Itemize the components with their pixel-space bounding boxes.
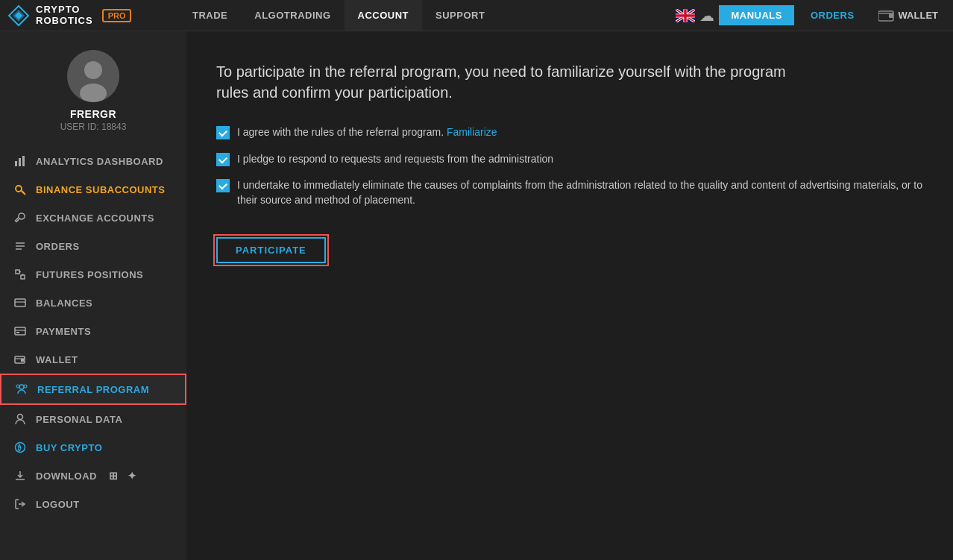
user-id: USER ID: 18843: [60, 122, 127, 132]
top-navigation: CRYPTO ROBOTICS PRO TRADE ALGOTRADING AC…: [0, 0, 953, 31]
sidebar-item-label: BINANCE SUBACCOUNTS: [36, 184, 165, 195]
svg-rect-12: [22, 156, 25, 166]
wallet-button[interactable]: WALLET: [871, 5, 946, 26]
svg-rect-11: [19, 158, 21, 166]
main-area: FRERGR USER ID: 18843 ANALYTICS DASHBOAR…: [0, 31, 953, 560]
svg-rect-10: [15, 161, 17, 166]
username: FRERGR: [70, 108, 116, 120]
user-profile: FRERGR USER ID: 18843: [0, 39, 186, 147]
svg-rect-20: [21, 275, 25, 279]
sidebar-item-label: LOGOUT: [36, 499, 80, 510]
familiarize-link[interactable]: Familiarize: [447, 126, 497, 138]
svg-rect-25: [15, 327, 25, 335]
checkbox-3-label: I undertake to immediately eliminate the…: [237, 178, 923, 207]
svg-point-31: [19, 385, 24, 389]
windows-icon: ⊞: [109, 470, 119, 482]
sidebar-item-balances[interactable]: BALANCES: [0, 289, 186, 317]
sidebar-item-analytics-dashboard[interactable]: ANALYTICS DASHBOARD: [0, 147, 186, 175]
wrench-icon: [13, 211, 27, 224]
checkbox-1-label: I agree with the rules of the referral p…: [237, 125, 497, 140]
sidebar-item-label: BUY CRYPTO: [36, 442, 102, 453]
nav-items: TRADE ALGOTRADING ACCOUNT SUPPORT: [179, 0, 676, 31]
svg-text:₿: ₿: [17, 444, 22, 452]
logo-text: CRYPTO ROBOTICS: [36, 4, 93, 26]
sidebar-item-label: PERSONAL DATA: [36, 414, 122, 425]
personal-icon: [13, 412, 27, 426]
android-icon: ✦: [128, 470, 137, 482]
svg-rect-23: [15, 299, 25, 306]
sidebar-item-wallet[interactable]: WALLET: [0, 345, 186, 374]
checkbox-2-label: I pledge to respond to requests and requ…: [237, 152, 553, 167]
sidebar-item-buy-crypto[interactable]: ₿ BUY CRYPTO: [0, 433, 186, 462]
content-area: To participate in the referral program, …: [186, 31, 953, 560]
logo-area: CRYPTO ROBOTICS PRO: [0, 4, 179, 27]
wallet-icon-top: [878, 10, 895, 22]
logo-robotics: ROBOTICS: [36, 16, 93, 26]
sidebar-item-label: PAYMENTS: [36, 326, 91, 337]
participate-button[interactable]: PARTICIPATE: [216, 237, 326, 263]
sidebar-item-label: EXCHANGE ACCOUNTS: [36, 213, 154, 224]
sidebar-item-label: WALLET: [36, 354, 78, 365]
nav-account[interactable]: ACCOUNT: [345, 0, 423, 31]
buy-crypto-icon: ₿: [13, 441, 27, 454]
svg-point-9: [80, 84, 107, 102]
orders-button[interactable]: ORDERS: [799, 5, 866, 25]
chart-icon: [13, 154, 27, 168]
logout-icon: [13, 497, 27, 511]
sidebar-item-orders[interactable]: ORDERS: [0, 232, 186, 260]
download-icon: [13, 469, 27, 482]
sidebar-item-label: BALANCES: [36, 298, 92, 309]
avatar: [67, 50, 119, 102]
sidebar: FRERGR USER ID: 18843 ANALYTICS DASHBOAR…: [0, 31, 186, 560]
payments-icon: [13, 324, 27, 338]
content-title: To participate in the referral program, …: [216, 61, 813, 103]
manuals-button[interactable]: MANUALS: [719, 5, 794, 25]
nav-algotrading[interactable]: ALGOTRADING: [241, 0, 344, 31]
sidebar-item-referral-program[interactable]: REFERRAL PROGRAM: [0, 374, 186, 405]
svg-point-13: [16, 186, 22, 192]
pro-badge: PRO: [102, 9, 132, 22]
orders-icon: [13, 239, 27, 253]
sidebar-item-label: REFERRAL PROGRAM: [37, 384, 149, 395]
nav-support[interactable]: SUPPORT: [422, 0, 498, 31]
svg-rect-5: [889, 13, 893, 18]
sidebar-item-label: ANALYTICS DASHBOARD: [36, 156, 163, 167]
nav-right: ☁ MANUALS ORDERS WALLET: [676, 5, 953, 26]
svg-point-32: [24, 385, 27, 388]
futures-icon: [13, 268, 27, 281]
sidebar-item-label: FUTURES POSITIONS: [36, 269, 143, 280]
checkbox-item-1: I agree with the rules of the referral p…: [216, 125, 923, 140]
balances-icon: [13, 296, 27, 309]
svg-rect-27: [16, 332, 19, 333]
checkbox-item-2: I pledge to respond to requests and requ…: [216, 152, 923, 167]
checkbox-2[interactable]: [216, 153, 230, 166]
logo-icon: [7, 4, 30, 27]
checkbox-item-3: I undertake to immediately eliminate the…: [216, 178, 923, 207]
sidebar-item-exchange-accounts[interactable]: EXCHANGE ACCOUNTS: [0, 204, 186, 232]
sidebar-item-download[interactable]: DOWNLOAD ⊞ ✦: [0, 462, 186, 490]
logo-crypto: CRYPTO: [36, 4, 93, 15]
checkbox-1[interactable]: [216, 126, 230, 139]
svg-point-8: [84, 61, 102, 79]
svg-rect-29: [21, 359, 24, 362]
svg-rect-19: [16, 270, 19, 274]
sidebar-item-personal-data[interactable]: PERSONAL DATA: [0, 405, 186, 433]
svg-point-34: [18, 415, 23, 420]
sidebar-item-logout[interactable]: LOGOUT: [0, 490, 186, 518]
language-flag[interactable]: [676, 9, 695, 22]
sidebar-item-label: DOWNLOAD: [36, 471, 97, 482]
cloud-icon[interactable]: ☁: [699, 7, 714, 25]
nav-trade[interactable]: TRADE: [179, 0, 241, 31]
sidebar-item-futures-positions[interactable]: FUTURES POSITIONS: [0, 260, 186, 289]
download-platform-icons: ⊞ ✦: [109, 470, 136, 482]
checkbox-group: I agree with the rules of the referral p…: [216, 125, 923, 207]
key-icon: [13, 183, 27, 196]
referral-icon: [15, 383, 28, 396]
sidebar-item-payments[interactable]: PAYMENTS: [0, 317, 186, 345]
checkbox-3[interactable]: [216, 179, 230, 192]
sidebar-item-binance-subaccounts[interactable]: BINANCE SUBACCOUNTS: [0, 175, 186, 204]
wallet-icon: [13, 353, 27, 366]
sidebar-item-label: ORDERS: [36, 241, 80, 252]
